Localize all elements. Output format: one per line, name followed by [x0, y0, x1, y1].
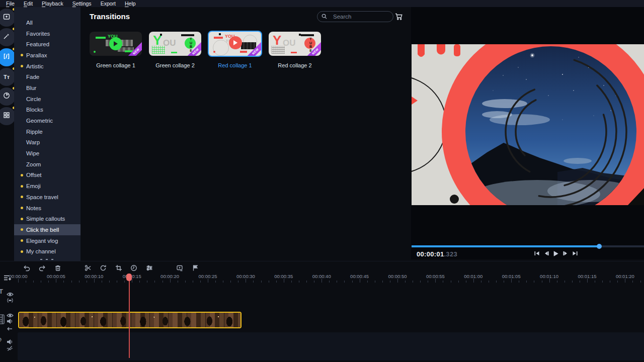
bullet-dot-icon — [21, 207, 23, 209]
rail-transitions-button[interactable] — [0, 48, 16, 66]
cart-icon[interactable] — [394, 12, 404, 21]
import-media-icon — [3, 13, 11, 23]
page-title: Transitions — [90, 12, 130, 21]
menu-playback[interactable]: Playback — [37, 1, 68, 7]
category-item-parallax[interactable]: Parallax — [14, 50, 80, 61]
track2-arrow-left-icon[interactable] — [7, 324, 13, 333]
transition-card-green-collage-1[interactable]: YOU NEW — [90, 32, 142, 56]
category-item-zoom[interactable]: Zoom — [14, 159, 80, 170]
ruler-tick — [163, 281, 163, 283]
ruler-tick — [405, 281, 406, 283]
ruler-tick — [178, 281, 178, 283]
timeline-clip[interactable] — [18, 312, 242, 328]
rail-import-media-button[interactable] — [0, 9, 16, 27]
transition-label: Red collage 2 — [269, 62, 321, 68]
ruler-tick — [580, 281, 580, 283]
bullet-dot-icon — [21, 239, 23, 242]
skip-to-start-button[interactable] — [533, 250, 540, 256]
skip-to-end-button[interactable] — [572, 250, 578, 256]
preview-pane: 00:00:01.323 — [411, 7, 644, 259]
audio-track-lane[interactable] — [18, 332, 644, 360]
ruler-tick — [375, 281, 375, 283]
category-item-blocks[interactable]: Blocks — [14, 105, 80, 116]
titles-icon: Tт — [4, 74, 10, 80]
playhead-handle[interactable] — [126, 274, 132, 281]
ruler-tick — [496, 281, 497, 283]
menu-bar: FileEditPlaybackSettingsExportHelp — [0, 0, 644, 7]
category-item-simple-callouts[interactable]: Simple callouts — [14, 213, 80, 224]
category-item-favorites[interactable]: Favorites — [14, 28, 80, 39]
menu-help[interactable]: Help — [120, 1, 140, 7]
track3-waveform-off-icon[interactable] — [7, 344, 13, 353]
transition-card-green-collage-2[interactable]: Y OU TUBE NEW — [149, 32, 201, 56]
art-dot — [299, 34, 301, 36]
category-label: Simple callouts — [26, 216, 65, 222]
previous-frame-button[interactable] — [543, 250, 549, 256]
category-item-my-channel[interactable]: My channel — [14, 246, 80, 257]
rail-titles-button[interactable]: Tт — [0, 68, 16, 86]
art-block — [241, 42, 256, 49]
category-item-featured[interactable]: Featured — [14, 39, 80, 50]
category-item-ripple[interactable]: Ripple — [14, 126, 80, 137]
category-label: Offset — [26, 172, 41, 178]
rail-filters-button[interactable] — [0, 28, 16, 46]
rail-more-tools-button[interactable] — [0, 107, 16, 125]
category-item-circle[interactable]: Circle — [14, 94, 80, 105]
ruler-tick — [246, 279, 246, 283]
category-item-offset[interactable]: Offset — [14, 170, 80, 181]
category-label: My channel — [26, 248, 56, 254]
ruler-tick — [367, 281, 368, 283]
menu-settings[interactable]: Settings — [68, 1, 96, 7]
menu-edit[interactable]: Edit — [19, 1, 37, 7]
timecode-ms: .323 — [444, 250, 457, 258]
art-dot — [213, 51, 215, 53]
play-button[interactable] — [552, 250, 559, 256]
ruler-tick — [443, 281, 443, 283]
category-item-space-travel[interactable]: Space travel — [14, 192, 80, 203]
timeline-ruler[interactable]: 00:00:0000:00:0500:00:1000:00:1500:00:20… — [0, 261, 644, 284]
ruler-tick — [557, 281, 557, 283]
category-item-notes[interactable]: Notes — [14, 203, 80, 214]
category-item-artistic[interactable]: Artistic — [14, 61, 80, 72]
art-dot — [219, 33, 221, 35]
ruler-tick — [215, 281, 216, 283]
art-bar — [96, 37, 106, 39]
category-item-partial[interactable] — [14, 257, 80, 260]
ruler-tick — [63, 281, 64, 283]
transition-card-red-collage-2[interactable]: Y OU TUBE NEW — [269, 32, 321, 56]
category-item-fade[interactable]: Fade — [14, 71, 80, 82]
category-item-all[interactable]: All — [14, 17, 80, 28]
category-item-warp[interactable]: Warp — [14, 137, 80, 148]
category-item-elegant-vlog[interactable]: Elegant vlog — [14, 235, 80, 246]
ruler-tick — [33, 281, 34, 283]
category-item-geometric[interactable]: Geometric — [14, 115, 80, 126]
transitions-icon — [3, 52, 11, 62]
category-item-click-the-bell[interactable]: Click the bell — [14, 224, 80, 235]
ruler-tick — [253, 281, 254, 283]
art-play-circle — [109, 37, 122, 50]
transition-card-red-collage-1[interactable]: YOU TUBE NEW — [208, 31, 262, 57]
art-bar — [240, 51, 247, 53]
category-item-emoji[interactable]: Emoji — [14, 180, 80, 192]
category-item-blur[interactable]: Blur — [14, 82, 80, 94]
ruler-tick — [154, 281, 155, 283]
art-dot — [94, 51, 96, 53]
seek-handle[interactable] — [597, 244, 602, 249]
menu-export[interactable]: Export — [96, 1, 120, 7]
bullet-dot-icon — [21, 65, 23, 67]
category-label: Warp — [26, 139, 40, 145]
ruler-tick — [458, 281, 459, 283]
category-item-wipe[interactable]: Wipe — [14, 148, 80, 159]
search-box[interactable]: × — [317, 11, 393, 22]
rail-stickers-button[interactable] — [0, 87, 16, 106]
ruler-tick — [261, 281, 262, 283]
magic-wand-icon — [3, 32, 11, 42]
stickers-icon — [3, 92, 11, 102]
menu-file[interactable]: File — [2, 1, 19, 7]
track1-sync-icon[interactable] — [7, 296, 14, 305]
ruler-tick — [511, 279, 512, 283]
ruler-tick — [208, 279, 208, 283]
app-window: FileEditPlaybackSettingsExportHelp Tт — [0, 0, 644, 362]
seek-bar[interactable] — [412, 245, 644, 247]
next-frame-button[interactable] — [562, 250, 569, 256]
